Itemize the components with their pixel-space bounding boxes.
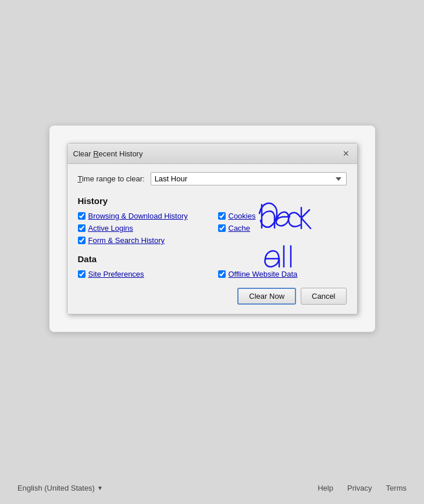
close-button[interactable]: ✕ [341,148,351,159]
history-section-title: History [78,196,347,206]
language-arrow-icon: ▼ [97,485,103,491]
checkbox-offline-input[interactable] [218,270,226,278]
checkbox-logins-label[interactable]: Active Logins [88,224,133,233]
checkbox-browsing-label[interactable]: Browsing & Download History [88,212,188,220]
time-range-select[interactable]: Last Hour Last Two Hours Last Four Hours… [151,172,347,185]
footer: English (United States) ▼ Help Privacy T… [0,484,424,492]
checkbox-cache-label[interactable]: Cache [229,224,251,233]
checkbox-site-prefs-label[interactable]: Site Preferences [88,270,144,278]
checkbox-browsing: Browsing & Download History [78,212,206,220]
outer-card: Clear Recent History ✕ Time range to cle… [49,126,375,332]
checkbox-form-input[interactable] [78,237,85,244]
clear-now-button[interactable]: Clear Now [237,288,296,305]
data-section-title: Data [78,254,347,264]
title-underline: R [93,149,98,158]
language-label: English (United States) [17,484,95,492]
checkbox-cache-input[interactable] [218,224,226,232]
checkbox-browsing-input[interactable] [78,212,85,220]
checkbox-cookies: Cookies [218,212,347,220]
time-range-row: Time range to clear: Last Hour Last Two … [78,172,347,185]
checkbox-logins-input[interactable] [78,224,85,232]
data-checkboxes: Site Preferences Offline Website Data [78,270,347,278]
buttons-row: Clear Now Cancel [78,288,347,305]
cancel-button[interactable]: Cancel [301,288,346,305]
dialog: Clear Recent History ✕ Time range to cle… [67,143,358,314]
checkbox-offline-label[interactable]: Offline Website Data [229,270,298,278]
page-wrapper: Clear Recent History ✕ Time range to cle… [0,0,424,504]
footer-terms-link[interactable]: Terms [386,484,407,492]
footer-help-link[interactable]: Help [318,484,333,492]
checkbox-form: Form & Search History [78,236,206,245]
dialog-body: Time range to clear: Last Hour Last Two … [67,164,357,314]
checkbox-site-prefs-input[interactable] [78,270,85,278]
checkbox-logins: Active Logins [78,224,206,233]
checkbox-offline: Offline Website Data [218,270,347,278]
history-checkboxes: Browsing & Download History Cookies Acti… [78,212,347,245]
time-range-label: Time range to clear: [78,174,145,183]
dialog-titlebar: Clear Recent History ✕ [67,144,357,164]
footer-privacy-link[interactable]: Privacy [347,484,372,492]
footer-links: Help Privacy Terms [318,484,407,492]
dialog-title: Clear Recent History [73,149,143,158]
checkbox-site-prefs: Site Preferences [78,270,206,278]
checkbox-cookies-label[interactable]: Cookies [229,212,256,220]
checkbox-form-label[interactable]: Form & Search History [88,236,165,245]
footer-language[interactable]: English (United States) ▼ [17,484,103,492]
checkbox-cache: Cache [218,224,347,233]
checkbox-cookies-input[interactable] [218,212,226,220]
